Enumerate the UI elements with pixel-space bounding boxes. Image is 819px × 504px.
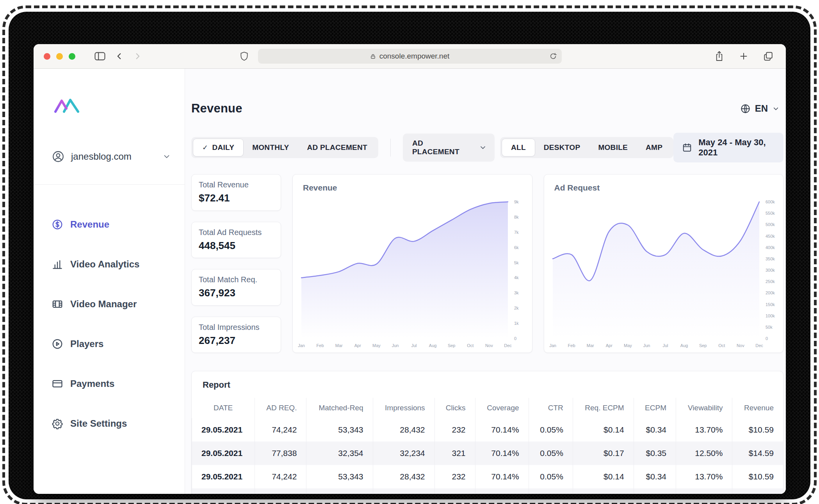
report-cell: $10.59 (732, 418, 783, 442)
ad-request-chart: 600k550k500k450k400k350k300k250k200k150k… (547, 197, 782, 350)
report-cell: 12.50% (676, 488, 732, 494)
report-cell: 0.05% (529, 442, 573, 465)
tab-all[interactable]: ALL (502, 139, 535, 156)
period-tabs: ✓DAILYMONTHLYAD PLACEMENT (191, 137, 378, 158)
bar-chart-icon (52, 258, 63, 270)
report-cell: 321 (434, 442, 475, 465)
ad-placement-dropdown[interactable]: AD PLACEMENT (403, 134, 495, 162)
svg-text:Jul: Jul (411, 343, 417, 348)
revenue-chart-card: Revenue 9k8k7k6k5k4k3k2k1k0JanFebMarAprM… (292, 174, 532, 353)
sidebar-item-site-settings[interactable]: Site Settings (52, 417, 185, 430)
globe-icon (740, 103, 751, 114)
minimize-window-button[interactable] (56, 53, 63, 60)
report-cell: 70.14% (475, 465, 529, 488)
filter-bar: ✓DAILYMONTHLYAD PLACEMENT AD PLACEMENT A… (191, 133, 783, 162)
svg-text:550k: 550k (766, 211, 775, 215)
table-row: 29.05.202177,83832,35432,23432170.14%0.0… (192, 442, 783, 465)
svg-text:4k: 4k (514, 275, 519, 280)
svg-text:150k: 150k (766, 302, 775, 307)
report-cell: 13.70% (676, 465, 732, 488)
svg-text:Nov: Nov (485, 343, 493, 348)
report-cell: $0.14 (573, 418, 634, 442)
svg-text:Oct: Oct (467, 343, 474, 348)
sidebar-item-video-analytics[interactable]: Video Analytics (52, 258, 185, 271)
report-cell: 53,343 (306, 465, 373, 488)
privacy-shield-icon[interactable] (240, 51, 249, 61)
stat-card-total-impressions: Total Impressions267,237 (191, 317, 281, 353)
report-cell: 12.50% (676, 442, 732, 465)
site-selector[interactable]: janesblog.com (52, 150, 171, 163)
check-icon: ✓ (202, 143, 208, 152)
stat-value: 267,237 (199, 335, 274, 347)
chart-title: Ad Request (554, 183, 600, 192)
calendar-icon (682, 142, 692, 153)
report-cell: $0.34 (634, 418, 676, 442)
column-header: DATE (192, 398, 255, 418)
tab-label: AMP (646, 143, 662, 152)
column-header: ECPM (634, 398, 676, 418)
svg-text:Aug: Aug (680, 343, 688, 348)
tab-ad-placement[interactable]: AD PLACEMENT (298, 139, 376, 156)
report-cell: 74,242 (255, 465, 306, 488)
svg-text:6k: 6k (514, 245, 519, 250)
report-cell: $0.35 (634, 442, 676, 465)
table-row: 29.05.202177,83832,35432,23432170.14%0.0… (192, 488, 783, 494)
sidebar-item-label: Payments (70, 378, 114, 389)
svg-text:200k: 200k (766, 290, 775, 295)
sidebar-item-players[interactable]: Players (52, 338, 185, 350)
back-icon[interactable] (115, 52, 124, 61)
forward-icon[interactable] (133, 52, 142, 61)
share-icon[interactable] (714, 50, 724, 62)
language-selector[interactable]: EN (740, 103, 780, 114)
report-cell: 77,838 (255, 488, 306, 494)
stat-card-total-ad-requests: Total Ad Requests448,545 (191, 222, 281, 258)
tab-mobile[interactable]: MOBILE (589, 139, 637, 156)
svg-text:Jun: Jun (643, 343, 650, 348)
tab-monthly[interactable]: MONTHLY (243, 139, 298, 156)
address-bar[interactable]: console.empower.net (258, 49, 562, 64)
column-header: Coverage (475, 398, 529, 418)
report-cell: 232 (434, 465, 475, 488)
tab-desktop[interactable]: DESKTOP (535, 139, 589, 156)
svg-text:Nov: Nov (737, 343, 744, 348)
column-header: CTR (529, 398, 573, 418)
film-icon (52, 298, 63, 310)
sidebar-item-label: Video Analytics (70, 259, 139, 270)
stat-label: Total Revenue (199, 180, 274, 189)
sidebar: janesblog.com RevenueVideo AnalyticsVide… (34, 69, 185, 494)
report-cell: 0.05% (529, 465, 573, 488)
chevron-down-icon (479, 144, 487, 151)
svg-text:5k: 5k (514, 260, 519, 265)
sidebar-item-payments[interactable]: Payments (52, 378, 185, 390)
browser-window: console.empower.net (34, 44, 786, 494)
tab-overview-icon[interactable] (763, 51, 773, 61)
sidebar-toggle-icon[interactable] (94, 51, 106, 61)
stats-column: Total Revenue$72.41Total Ad Requests448,… (191, 174, 281, 353)
reload-icon[interactable] (549, 52, 557, 60)
chevron-down-icon (772, 105, 780, 112)
date-range-picker[interactable]: May 24 - May 30, 2021 (673, 133, 783, 162)
tab-daily[interactable]: ✓DAILY (193, 139, 243, 156)
new-tab-icon[interactable] (739, 52, 748, 61)
tab-label: MONTHLY (252, 143, 289, 152)
close-window-button[interactable] (44, 53, 50, 60)
sidebar-item-revenue[interactable]: Revenue (52, 218, 185, 231)
svg-text:600k: 600k (766, 199, 775, 204)
svg-text:9k: 9k (514, 199, 519, 204)
sidebar-item-video-manager[interactable]: Video Manager (52, 298, 185, 310)
column-header: Clicks (434, 398, 475, 418)
svg-text:0: 0 (766, 336, 768, 341)
svg-text:May: May (372, 343, 381, 348)
svg-text:50k: 50k (766, 325, 773, 329)
zoom-window-button[interactable] (69, 53, 75, 60)
svg-text:500k: 500k (766, 222, 775, 227)
report-cell: 77,838 (255, 442, 306, 465)
report-card: Report DATEAD REQ.Matched-ReqImpressions… (191, 371, 783, 494)
report-cell: 32,234 (373, 488, 434, 494)
svg-text:Mar: Mar (586, 343, 594, 348)
tab-label: DESKTOP (544, 143, 580, 152)
report-cell: $0.34 (634, 465, 676, 488)
tab-amp[interactable]: AMP (637, 139, 671, 156)
report-cell: 70.14% (475, 488, 529, 494)
svg-text:3k: 3k (514, 290, 519, 295)
